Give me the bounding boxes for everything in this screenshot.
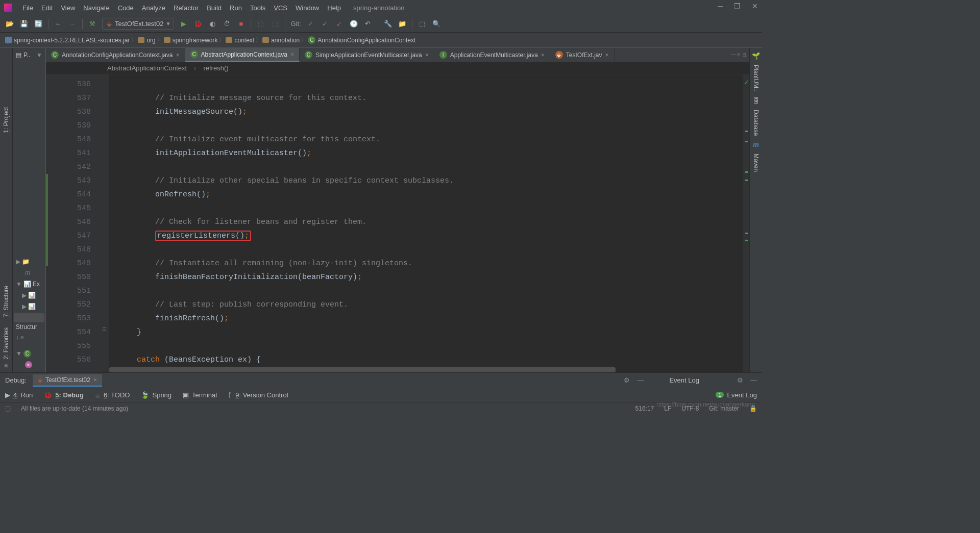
tool-eventlog-button[interactable]: Event Log	[727, 391, 757, 399]
editor-tab[interactable]: IApplicationEventMulticaster.java×	[434, 48, 550, 62]
search-icon[interactable]: 🔍	[432, 19, 441, 29]
gear-icon[interactable]: ⚙	[624, 376, 630, 384]
project-structure-icon[interactable]: 📁	[398, 19, 407, 29]
history-icon[interactable]: 🕐	[349, 19, 358, 29]
menu-vcs[interactable]: VCS	[270, 2, 291, 14]
fold-icon[interactable]: ⊟	[103, 325, 106, 333]
minimize-icon[interactable]: —	[637, 376, 644, 384]
main-toolbar: 📂 💾 🔄 ← → ⚒ ⬙ TestOfExt.test02 ▼ ▶ 🐞 ◐ ⏱…	[0, 15, 762, 33]
tool-structure-button[interactable]: 7: Structure	[3, 286, 10, 317]
editor-tab[interactable]: CAnnotationConfigApplicationContext.java…	[46, 48, 185, 62]
breadcrumb-item[interactable]: org	[138, 37, 155, 44]
hammer-icon[interactable]: ⚒	[88, 19, 97, 29]
run-config-select[interactable]: ⬙ TestOfExt.test02 ▼	[102, 18, 174, 30]
menu-help[interactable]: Help	[323, 2, 345, 14]
maven-icon[interactable]: m	[753, 141, 759, 148]
project-panel[interactable]: ▤P.. ▼ ▶📁 m ▼📊Ex ▶📊 ▶📊 Structur ↓» ▼C m	[13, 48, 46, 372]
menu-refactor[interactable]: Refactor	[169, 2, 203, 14]
push-icon[interactable]: ✓	[321, 19, 330, 29]
revert-icon[interactable]: ↶	[363, 19, 373, 29]
window-controls: ─ ❐ ✕	[718, 2, 758, 10]
refresh-icon[interactable]: 🔄	[34, 19, 43, 29]
close-icon[interactable]: ×	[93, 376, 97, 384]
settings-icon[interactable]: 🔧	[383, 19, 393, 29]
save-icon[interactable]: 💾	[19, 19, 29, 29]
tool-terminal-button[interactable]: ▣Terminal	[183, 391, 217, 399]
breadcrumb-item[interactable]: spring-context-5.2.2.RELEASE-sources.jar	[5, 37, 130, 44]
breadcrumb-item[interactable]: context	[226, 37, 254, 44]
breadcrumb-item[interactable]: CAnnotationConfigApplicationContext	[308, 36, 415, 44]
editor-tab[interactable]: CAbstractApplicationContext.java×	[185, 48, 300, 62]
attach-icon[interactable]: ⬚	[256, 19, 265, 29]
editor-tab[interactable]: CSimpleApplicationEventMulticaster.java×	[300, 48, 434, 62]
menu-edit[interactable]: Edit	[37, 2, 57, 14]
error-stripe[interactable]: ✓	[742, 74, 749, 372]
attach2-icon[interactable]: ⬚	[271, 19, 280, 29]
back-icon[interactable]: ←	[54, 19, 63, 29]
project-panel-header: ▤P.. ▼	[13, 48, 45, 62]
menu-code[interactable]: Code	[114, 2, 138, 14]
menu-tools[interactable]: Tools	[246, 2, 270, 14]
plantuml-icon[interactable]: 🌱	[752, 52, 760, 60]
tabs-count: 5	[743, 52, 746, 58]
tool-project-button[interactable]: 1: Project	[3, 107, 10, 133]
run-icon[interactable]: ▶	[179, 19, 188, 29]
maximize-icon[interactable]: ❐	[734, 2, 741, 10]
debug-session-tab[interactable]: ⬙ TestOfExt.test02 ×	[33, 374, 102, 387]
database-icon[interactable]: 🗄	[753, 97, 760, 105]
close-icon[interactable]: ×	[290, 51, 294, 58]
caret-position[interactable]: 516:17	[635, 405, 654, 412]
tool-todo-button[interactable]: ≣6: TODO	[95, 391, 130, 399]
pull-icon[interactable]: ↙	[335, 19, 344, 29]
minimize-icon[interactable]: —	[750, 376, 757, 384]
chevron-down-icon[interactable]: ▼	[36, 52, 42, 59]
tool-favorites-button[interactable]: 2: Favorites	[3, 327, 10, 360]
tool-debug-button[interactable]: 🐞5: Debug	[44, 391, 84, 399]
left-tool-stripe: 1: Project 7: Structure 2: Favorites ★	[0, 48, 13, 372]
menu-view[interactable]: View	[57, 2, 79, 14]
minimize-icon[interactable]: ─	[718, 2, 723, 10]
debug-icon[interactable]: 🐞	[193, 19, 203, 29]
fold-column[interactable]: ⊟	[102, 74, 109, 372]
star-icon[interactable]: ★	[3, 362, 9, 369]
watermark: https://blog.csdn.net/suchahaerkang	[656, 401, 755, 408]
forward-icon[interactable]: →	[68, 19, 77, 29]
crumb-method[interactable]: refresh()	[203, 64, 228, 72]
structure-scrollbar	[14, 313, 44, 322]
gear-icon[interactable]: ⚙	[737, 376, 743, 384]
menu-run[interactable]: Run	[226, 2, 246, 14]
menu-build[interactable]: Build	[203, 2, 226, 14]
crumb-class[interactable]: AbstractApplicationContext	[107, 64, 187, 72]
tool-spring-button[interactable]: 🍃Spring	[141, 391, 172, 399]
breadcrumb-item[interactable]: annotation	[262, 37, 300, 44]
breadcrumb-item[interactable]: springframework	[164, 37, 218, 44]
app-icon	[4, 4, 12, 12]
gutter[interactable]: 5365375385395405415425435445455465475485…	[46, 74, 102, 372]
tool-windows-icon[interactable]: ⬚	[5, 405, 11, 412]
debug-toolwindow-header: Debug: ⬙ TestOfExt.test02 × ⚙ — Event Lo…	[0, 372, 762, 388]
project-panel-icon: ▤	[16, 52, 21, 59]
menu-analyze[interactable]: Analyze	[138, 2, 169, 14]
bottom-tool-stripe: ▶4: Run🐞5: Debug≣6: TODO🍃Spring▣Terminal…	[0, 388, 762, 402]
horizontal-scrollbar[interactable]	[109, 367, 742, 372]
close-icon[interactable]: ✕	[752, 2, 758, 10]
open-icon[interactable]: 📂	[5, 19, 14, 29]
coverage-icon[interactable]: ◐	[208, 19, 217, 29]
tool-database-button[interactable]: Database	[752, 110, 760, 136]
debug-label: Debug:	[5, 376, 27, 384]
menu-navigate[interactable]: Navigate	[79, 2, 113, 14]
tool-plantuml-button[interactable]: PlantUML	[752, 65, 760, 92]
code-editor[interactable]: 5365375385395405415425435445455465475485…	[46, 74, 749, 372]
tool-versioncontrol-button[interactable]: ᚶ9: Version Control	[228, 391, 288, 399]
list-icon[interactable]: ⋯≡	[731, 52, 740, 58]
editor-tab[interactable]: ⬙TestOfExt.jav×	[550, 48, 615, 62]
collapse-icon[interactable]: ⬚	[418, 19, 427, 29]
menu-file[interactable]: File	[18, 2, 37, 14]
tool-maven-button[interactable]: Maven	[752, 154, 760, 172]
profile-icon[interactable]: ⏱	[222, 19, 231, 29]
menu-window[interactable]: Window	[291, 2, 323, 14]
stop-icon[interactable]: ■	[236, 19, 246, 29]
editor-area: CAnnotationConfigApplicationContext.java…	[46, 48, 749, 372]
commit-icon[interactable]: ✓	[306, 19, 315, 29]
tool-run-button[interactable]: ▶4: Run	[5, 391, 33, 399]
